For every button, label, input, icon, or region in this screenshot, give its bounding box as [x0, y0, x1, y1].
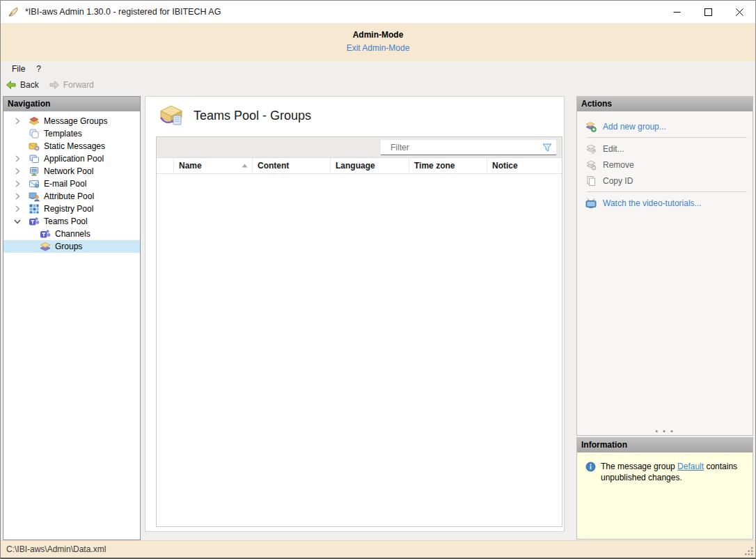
- admin-mode-label: Admin-Mode: [1, 30, 755, 40]
- chevron-right-icon[interactable]: [12, 153, 23, 164]
- status-file-path: C:\IBI-aws\Admin\Data.xml: [6, 544, 106, 554]
- teams-groups-page-icon: [159, 105, 183, 126]
- actions-panel: Actions Add new group...: [576, 96, 753, 436]
- title-bar: *IBI-aws Admin 1.30.0 - registered for I…: [1, 1, 755, 23]
- menu-help[interactable]: ?: [31, 64, 47, 74]
- panel-splitter-handle[interactable]: • • •: [577, 428, 753, 434]
- registry-pool-icon: [29, 203, 40, 214]
- action-remove[interactable]: Remove: [577, 157, 753, 173]
- nav-label: Groups: [55, 242, 82, 251]
- chevron-down-icon[interactable]: [12, 216, 23, 227]
- table-header: Name Content Language Time zone Notice: [157, 158, 562, 174]
- nav-label: Static Messages: [44, 141, 105, 151]
- nav-item-teams-pool[interactable]: Teams Pool: [3, 215, 140, 228]
- column-header-content[interactable]: Content: [253, 158, 331, 173]
- edit-icon: [585, 143, 597, 155]
- workspace: Navigation Message Groups: [1, 93, 755, 540]
- page-title: Teams Pool - Groups: [194, 109, 311, 123]
- attribute-pool-icon: [29, 191, 40, 202]
- groups-list-panel: Name Content Language Time zone Notice: [156, 136, 562, 527]
- minimize-button[interactable]: [661, 1, 693, 23]
- nav-item-email-pool[interactable]: E-mail Pool: [3, 178, 140, 190]
- filter-funnel-icon[interactable]: [542, 142, 553, 153]
- action-label: Watch the video-tutorials...: [603, 198, 702, 208]
- navigation-tree: Message Groups Templates: [3, 111, 140, 253]
- nav-item-static-messages[interactable]: Static Messages: [3, 140, 140, 152]
- templates-icon: [29, 128, 40, 139]
- info-icon: [585, 462, 596, 472]
- information-header: Information: [577, 438, 753, 452]
- toolbar: Back Forward: [1, 77, 755, 93]
- back-button[interactable]: Back: [1, 77, 44, 93]
- exit-admin-mode-link[interactable]: Exit Admin-Mode: [347, 43, 410, 53]
- chevron-right-icon[interactable]: [12, 178, 23, 189]
- menu-file[interactable]: File: [6, 64, 31, 74]
- close-button[interactable]: [724, 1, 755, 23]
- actions-list: Add new group... Edit...: [577, 111, 753, 211]
- chevron-spacer: [12, 141, 23, 152]
- maximize-icon: [704, 8, 712, 16]
- forward-icon: [49, 79, 60, 90]
- filter-input[interactable]: [381, 140, 556, 155]
- information-panel: Information The message group Default co…: [576, 437, 753, 540]
- separator: [587, 191, 747, 192]
- nav-item-message-groups[interactable]: Message Groups: [3, 115, 140, 127]
- window-controls: [661, 1, 755, 23]
- nav-label: Registry Pool: [44, 204, 93, 214]
- groups-icon: [40, 241, 51, 252]
- window-title: *IBI-aws Admin 1.30.0 - registered for I…: [25, 7, 221, 17]
- nav-item-attribute-pool[interactable]: Attribute Pool: [3, 190, 140, 203]
- column-header-timezone[interactable]: Time zone: [409, 158, 487, 173]
- content-panel: Teams Pool - Groups Name: [145, 96, 565, 532]
- page-header: Teams Pool - Groups: [145, 97, 564, 134]
- resize-grip[interactable]: [744, 546, 753, 556]
- action-copy-id[interactable]: Copy ID: [577, 173, 753, 189]
- sort-ascending-icon: [242, 164, 248, 168]
- action-label: Remove: [603, 160, 634, 170]
- nav-item-templates[interactable]: Templates: [3, 127, 140, 140]
- nav-label: Templates: [44, 129, 82, 139]
- close-icon: [736, 8, 743, 16]
- nav-item-groups[interactable]: Groups: [3, 240, 140, 253]
- network-pool-icon: [29, 166, 40, 177]
- filter-field: [381, 140, 556, 155]
- remove-icon: [585, 159, 597, 171]
- message-groups-icon: [29, 116, 40, 127]
- menu-bar: File ?: [1, 61, 755, 77]
- action-add-new-group[interactable]: Add new group...: [577, 118, 753, 134]
- forward-button[interactable]: Forward: [44, 77, 99, 93]
- column-header-language[interactable]: Language: [331, 158, 409, 173]
- chevron-right-icon[interactable]: [12, 203, 23, 214]
- information-message: The message group Default contains unpub…: [577, 452, 753, 483]
- action-watch-video-tutorials[interactable]: Watch the video-tutorials...: [577, 195, 753, 211]
- chevron-right-icon[interactable]: [12, 166, 23, 177]
- teams-icon: [29, 216, 40, 227]
- default-group-link[interactable]: Default: [677, 462, 704, 471]
- maximize-button[interactable]: [693, 1, 724, 23]
- tv-icon: [585, 198, 597, 209]
- copy-id-icon: [585, 175, 597, 187]
- nav-item-application-pool[interactable]: Application Pool: [3, 152, 140, 165]
- status-bar: C:\IBI-aws\Admin\Data.xml: [1, 540, 755, 558]
- teams-channels-icon: [40, 228, 51, 239]
- static-messages-icon: [29, 141, 40, 152]
- app-icon: [8, 6, 19, 18]
- nav-label: Channels: [55, 229, 90, 239]
- chevron-right-icon[interactable]: [12, 191, 23, 202]
- info-text-before: The message group: [601, 462, 677, 471]
- nav-label: Attribute Pool: [44, 191, 94, 201]
- nav-item-channels[interactable]: Channels: [3, 228, 140, 240]
- forward-label: Forward: [63, 80, 94, 90]
- action-label: Add new group...: [603, 122, 666, 132]
- navigation-panel: Navigation Message Groups: [3, 96, 141, 540]
- chevron-right-icon[interactable]: [12, 116, 23, 127]
- action-edit[interactable]: Edit...: [577, 141, 753, 157]
- column-header-notice[interactable]: Notice: [487, 158, 562, 173]
- separator: [587, 137, 747, 138]
- admin-mode-banner: Admin-Mode Exit Admin-Mode: [1, 23, 755, 61]
- minimize-icon: [673, 8, 681, 16]
- nav-item-registry-pool[interactable]: Registry Pool: [3, 203, 140, 215]
- chevron-spacer: [12, 128, 23, 139]
- column-header-name[interactable]: Name: [174, 158, 253, 173]
- nav-item-network-pool[interactable]: Network Pool: [3, 165, 140, 178]
